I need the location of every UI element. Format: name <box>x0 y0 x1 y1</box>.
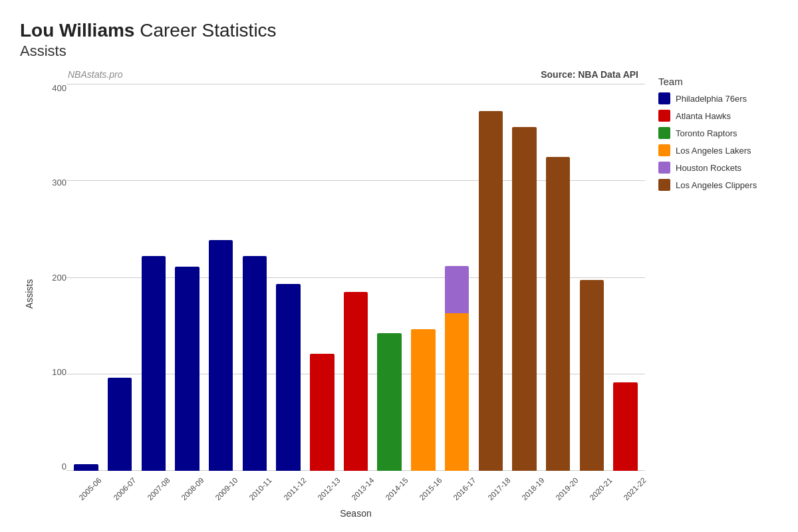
bar-group <box>204 84 238 471</box>
x-tick-group: 2016-17 <box>441 473 475 484</box>
bars-container <box>66 84 645 471</box>
bar-group <box>69 84 103 471</box>
bar <box>479 111 503 471</box>
x-tick: 2011-12 <box>282 476 307 501</box>
bar <box>613 382 638 471</box>
y-axis-ticks: 0100200300400 <box>41 84 66 471</box>
source-prefix: Source: <box>541 69 578 80</box>
x-tick: 2021-22 <box>622 476 648 501</box>
bar <box>142 256 166 471</box>
bar <box>74 464 98 471</box>
y-tick: 100 <box>52 368 66 376</box>
legend-label: Atlanta Hawks <box>676 111 731 121</box>
legend-label: Houston Rockets <box>676 163 741 173</box>
bar <box>108 378 132 471</box>
bar-segment-purple <box>445 266 469 313</box>
legend-color-box <box>658 144 670 156</box>
x-tick: 2008-09 <box>180 476 205 501</box>
bar <box>276 284 301 471</box>
bar-group <box>305 84 339 471</box>
source-right: Source: NBA Data API <box>541 69 638 80</box>
legend-color-box <box>658 110 670 122</box>
x-tick: 2015-16 <box>418 476 444 501</box>
legend-title: Team <box>658 76 785 87</box>
x-tick-group: 2014-15 <box>373 473 407 484</box>
chart-inner: NBAstats.pro Source: NBA Data API 010020… <box>41 69 645 519</box>
bar-group <box>406 84 440 471</box>
bar <box>445 266 469 471</box>
bar <box>209 240 233 471</box>
watermark-left: NBAstats.pro <box>68 69 122 80</box>
x-tick: 2018-19 <box>520 476 545 501</box>
legend-item: Toronto Raptors <box>658 127 785 139</box>
legend-label: Los Angeles Lakers <box>676 146 751 156</box>
bar-group <box>103 84 137 471</box>
bar-group <box>608 84 642 471</box>
bar <box>344 292 368 471</box>
x-tick-group: 2018-19 <box>509 473 543 484</box>
legend-color-box <box>658 162 670 174</box>
chart-and-legend: NBAstats.pro Source: NBA Data API 010020… <box>41 69 785 519</box>
x-tick: 2016-17 <box>452 476 477 501</box>
x-tick: 2006-07 <box>112 476 137 501</box>
x-tick-group: 2013-14 <box>338 473 372 484</box>
x-tick: 2014-15 <box>384 476 409 501</box>
title-rest: Career Statistics <box>140 20 276 41</box>
bar-group <box>136 84 170 471</box>
bar-group <box>507 84 541 471</box>
source-bold: NBA Data API <box>578 69 638 80</box>
x-tick-group: 2010-11 <box>237 473 271 484</box>
legend-item: Los Angeles Lakers <box>658 144 785 156</box>
grid-and-bars: 0100200300400 <box>41 84 645 471</box>
x-tick: 2012-13 <box>316 476 341 501</box>
y-axis-label-container: Assists <box>20 69 39 519</box>
y-tick: 300 <box>52 178 66 187</box>
bar-group <box>339 84 373 471</box>
bar-group <box>473 84 507 471</box>
bar <box>411 329 436 471</box>
bar <box>546 157 571 471</box>
bar <box>310 354 334 471</box>
title-bold: Lou Williams <box>20 20 134 41</box>
x-tick-group: 2006-07 <box>100 473 134 484</box>
bar-segment-orange <box>445 313 469 471</box>
bar <box>580 280 604 471</box>
bar <box>243 256 267 471</box>
bar-group <box>440 84 474 471</box>
y-tick: 400 <box>52 84 66 92</box>
x-tick-group: 2009-10 <box>203 473 237 484</box>
legend-color-box <box>658 179 670 191</box>
source-watermark: NBAstats.pro Source: NBA Data API <box>41 69 645 80</box>
legend-item: Houston Rockets <box>658 162 785 174</box>
x-tick: 2007-08 <box>146 476 171 501</box>
x-tick: 2005-06 <box>78 476 103 501</box>
legend-item: Los Angeles Clippers <box>658 179 785 191</box>
legend-color-box <box>658 127 670 139</box>
x-tick-group: 2008-09 <box>169 473 203 484</box>
y-tick: 0 <box>62 462 66 471</box>
bar-group <box>170 84 204 471</box>
x-tick-group: 2015-16 <box>407 473 441 484</box>
plot-area: 0100200300400 2005-062006-072007-082008-… <box>41 84 645 519</box>
legend-label: Toronto Raptors <box>676 128 737 138</box>
x-tick: 2013-14 <box>350 476 375 501</box>
x-tick-group: 2007-08 <box>134 473 168 484</box>
x-tick: 2017-18 <box>486 476 511 501</box>
legend-item: Atlanta Hawks <box>658 110 785 122</box>
legend-items: Philadelphia 76ersAtlanta HawksToronto R… <box>658 92 785 191</box>
bars-row <box>66 84 645 471</box>
x-tick-group: 2020-21 <box>577 473 611 484</box>
x-tick-group: 2011-12 <box>271 473 305 484</box>
bar-group <box>271 84 305 471</box>
bar-group <box>372 84 406 471</box>
legend-label: Philadelphia 76ers <box>676 94 747 104</box>
x-tick-group: 2019-20 <box>543 473 577 484</box>
x-tick: 2010-11 <box>248 476 273 501</box>
bar <box>512 127 537 471</box>
legend-color-box <box>658 92 670 104</box>
y-tick: 200 <box>52 273 66 282</box>
x-tick-group: 2021-22 <box>611 473 645 484</box>
legend-label: Los Angeles Clippers <box>676 180 757 190</box>
page: Lou Williams Career Statistics Assists A… <box>0 0 798 532</box>
chart-area: Assists NBAstats.pro Source: NBA Data AP… <box>20 69 785 519</box>
